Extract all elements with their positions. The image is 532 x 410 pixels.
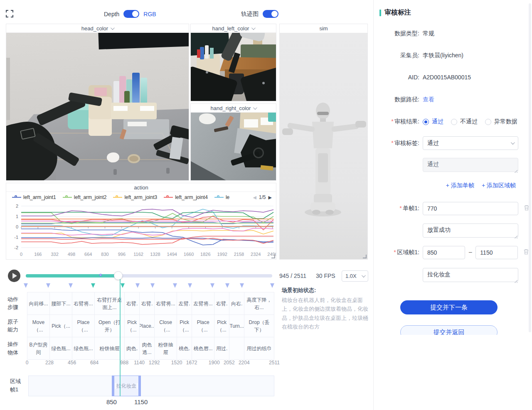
resize-handle-icon[interactable]	[271, 255, 275, 258]
step-cell[interactable]: 右臂.	[124, 292, 139, 314]
add-single-frame-link[interactable]: + 添加单帧	[446, 182, 474, 189]
step-cell[interactable]: 左臂.	[177, 292, 192, 314]
teal-item	[268, 113, 276, 122]
screw	[262, 82, 265, 84]
step-cell[interactable]: Drop（丢下）	[244, 315, 274, 337]
sim-panel: sim	[279, 24, 368, 260]
legend-item-left_arm_joint3[interactable]: left_arm_joint3	[113, 194, 157, 200]
step-cell[interactable]: 向右.	[229, 292, 244, 314]
step-cell[interactable]: Pick（...	[49, 315, 72, 337]
timeline-marker[interactable]	[121, 283, 125, 288]
hand-left-camera-selector[interactable]: hand_left_color	[191, 24, 276, 33]
red-bottle	[197, 49, 200, 58]
timeline-marker[interactable]	[188, 283, 192, 288]
radio-option-不通过[interactable]: 不通过	[451, 118, 478, 125]
timeline-marker[interactable]	[240, 283, 244, 288]
region-handle-right[interactable]	[137, 383, 138, 389]
step-cell[interactable]: Turn...	[229, 315, 244, 337]
timeline-marker[interactable]	[270, 283, 274, 288]
cotton-puff	[107, 152, 119, 162]
step-cell[interactable]: 腰部下...	[49, 292, 72, 314]
seek-bar[interactable]	[26, 274, 272, 277]
submit-back-button[interactable]: 提交并返回	[400, 325, 498, 335]
timeline-marker[interactable]	[173, 283, 177, 288]
step-cell[interactable]: Pick（...	[214, 315, 229, 337]
step-cell[interactable]: Close（...	[154, 315, 177, 337]
step-cell[interactable]: Place（...	[72, 315, 94, 337]
hand-right-camera-selector[interactable]: hand_right_color	[191, 104, 276, 113]
legend-label: left_arm_joint3	[124, 194, 157, 200]
step-cell[interactable]: 肉色透...	[139, 337, 154, 359]
region-note-textarea[interactable]: 拉化妆盒	[423, 268, 518, 282]
step-cell[interactable]: 桃色.	[177, 337, 192, 359]
timeline-marker[interactable]	[24, 283, 28, 288]
head-camera-selector[interactable]: head_color	[6, 24, 189, 33]
timeline-marker[interactable]	[150, 283, 155, 288]
step-cell[interactable]: 左臂将...	[192, 292, 214, 314]
fullscreen-icon[interactable]	[6, 10, 13, 17]
step-cell[interactable]: 右臂.	[214, 292, 229, 314]
tag-note-wrap: 通过	[423, 158, 518, 174]
region-handle-left[interactable]	[115, 383, 116, 389]
axis-tick-label: 1900	[209, 360, 220, 366]
single-frame-note-textarea[interactable]: 放置成功	[423, 223, 518, 238]
step-cell[interactable]: 用过.	[214, 337, 229, 359]
blue-tube	[132, 73, 140, 104]
step-cell[interactable]: Pick（...	[124, 315, 139, 337]
timeline-marker[interactable]	[91, 283, 95, 288]
data-path-link[interactable]: 查看	[423, 96, 434, 103]
legend-item-left_arm_joint1[interactable]: left_arm_joint1	[12, 194, 56, 200]
step-cell[interactable]: 向前移...	[27, 292, 49, 314]
single-frame-marker[interactable]	[99, 274, 102, 276]
region-end-input[interactable]	[475, 246, 518, 259]
step-cell[interactable]: Place...	[139, 315, 154, 337]
data-type-row: 数据类型: 常规	[374, 30, 532, 37]
rgb-label: RGB	[143, 11, 156, 17]
submit-next-button[interactable]: 提交并下一条	[400, 300, 498, 314]
radio-option-通过[interactable]: 通过	[423, 118, 443, 125]
step-cell[interactable]: 桃色唇...	[192, 337, 214, 359]
seek-handle[interactable]	[114, 271, 123, 280]
legend-item-left_arm_joint2[interactable]: left_arm_joint2	[63, 194, 107, 200]
timeline-marker[interactable]	[69, 283, 73, 288]
single-frame-input[interactable]	[423, 202, 518, 215]
step-cell[interactable]: Place（...	[192, 315, 214, 337]
timeline-marker[interactable]	[225, 283, 229, 288]
step-cell[interactable]: B户型房间	[27, 337, 49, 359]
review-tag-select[interactable]: 通过	[423, 136, 518, 150]
step-cell[interactable]: 粉饼抽屉	[154, 337, 177, 359]
step-cell[interactable]: 用过的纸巾	[244, 337, 274, 359]
legend-item-left_arm_joint4[interactable]: left_arm_joint4	[164, 194, 208, 200]
region-start-input[interactable]	[423, 246, 465, 259]
depth-rgb-toggle[interactable]	[123, 10, 139, 18]
axis-tick-label: 1140	[134, 360, 145, 366]
radio-option-异常数据[interactable]: 异常数据	[485, 118, 517, 125]
legend-item-le[interactable]: le	[214, 194, 229, 200]
resize-handle-icon[interactable]	[363, 255, 367, 258]
step-cell[interactable]: 右臂将...	[154, 292, 177, 314]
trajectory-toggle[interactable]	[263, 10, 278, 18]
tag-note-textarea[interactable]: 通过	[423, 158, 518, 172]
step-cell[interactable]: Move（...	[27, 315, 49, 337]
timeline-marker[interactable]	[46, 283, 50, 288]
speed-select[interactable]: 1.0X	[342, 270, 368, 282]
region-range-box[interactable]: 拉化妆盒	[112, 376, 141, 396]
step-cell[interactable]: 绿色瓶...	[72, 337, 94, 359]
timeline-marker[interactable]	[210, 283, 214, 288]
timeline-marker[interactable]	[135, 283, 140, 288]
step-cell[interactable]: 右臂将...	[72, 292, 94, 314]
play-button[interactable]	[8, 270, 20, 282]
step-cell[interactable]: Pick（...	[177, 315, 192, 337]
step-cell[interactable]	[229, 337, 244, 359]
svg-text:0: 0	[20, 252, 22, 257]
panel-scrollbar[interactable]	[529, 3, 531, 332]
step-cell[interactable]: 高度下降，右...	[244, 292, 274, 314]
region-frame-label-text: 区域帧1:	[397, 249, 419, 255]
legend-prev-icon[interactable]: ◀	[253, 195, 256, 200]
step-cell[interactable]: 右臂.	[139, 292, 154, 314]
step-cell[interactable]: 肉色.	[124, 337, 139, 359]
add-region-frame-link[interactable]: + 添加区域帧	[482, 182, 516, 189]
legend-next-icon[interactable]: ▶	[268, 195, 272, 200]
region-track[interactable]: 拉化妆盒	[28, 376, 274, 396]
step-cell[interactable]: 绿色瓶...	[49, 337, 72, 359]
